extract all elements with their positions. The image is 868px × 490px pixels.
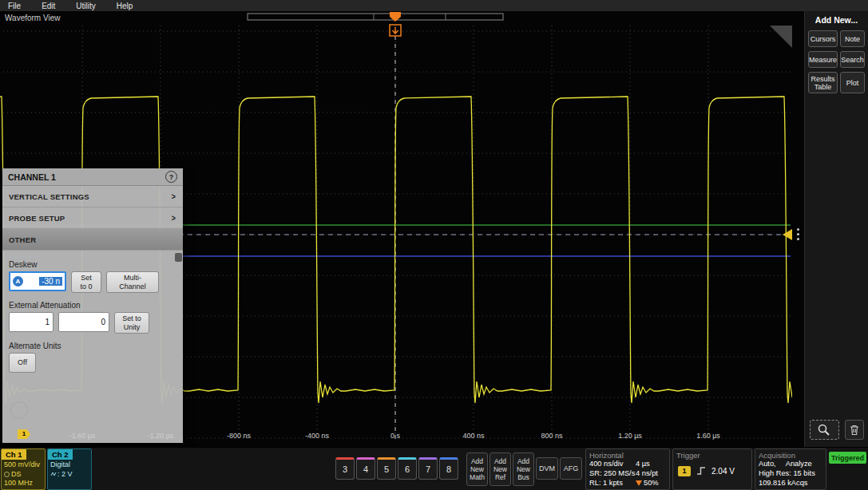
help-button[interactable]: ? (165, 171, 177, 183)
probe-icon (50, 471, 57, 477)
axis-label: 400 ns (434, 432, 513, 440)
coupling-icon (4, 472, 10, 477)
waveform-view: Waveform View -1.60 µs-1.20 µs-800 ns-40… (0, 11, 804, 447)
acquisition-count: 109.816 kAcqs (759, 479, 822, 488)
sample-interval: 4 ns/pt (636, 469, 666, 479)
channel-7-button[interactable]: 7 (418, 457, 438, 480)
axis-label: -1.20 µs (121, 432, 200, 440)
ch2-mode: Digital (50, 460, 89, 470)
axis-label: 0 s (356, 432, 434, 440)
zoom-corner-handle[interactable] (770, 26, 792, 48)
acquisition-analyze: Analyze (786, 460, 812, 469)
alternate-units-label: Alternate Units (9, 342, 176, 350)
zoom-box-button[interactable] (810, 420, 839, 440)
status-bar: Ch 1 500 mV/div DS 100 MHz Ch 2 Digital … (0, 447, 868, 490)
ch1-coupling: DS (11, 470, 22, 478)
channel-3-button[interactable]: 3 (335, 457, 355, 480)
dialog-header[interactable]: CHANNEL 1 ? (2, 168, 183, 186)
ch1-scale: 500 mV/div (4, 460, 42, 470)
axis-label: -800 ns (200, 432, 278, 440)
menu-edit[interactable]: Edit (42, 2, 55, 10)
channel1-dialog: CHANNEL 1 ? VERTICAL SETTINGS > PROBE SE… (2, 168, 183, 443)
add-cursors-button[interactable]: Cursors (808, 30, 838, 47)
trash-button[interactable] (845, 420, 864, 440)
horizontal-axis: -1.60 µs-1.20 µs-800 ns-400 ns0 s400 ns8… (0, 432, 794, 441)
channel-6-button[interactable]: 6 (398, 457, 417, 480)
add-ref-button[interactable]: Add New Ref (489, 452, 511, 486)
section-label: OTHER (9, 235, 36, 244)
trigger-level: 2.04 V (711, 467, 735, 476)
ch1-bandwidth: 100 MHz (4, 479, 42, 488)
sidebar-title: Add New... (805, 15, 868, 25)
menu-bar: File Edit Utility Help (0, 0, 868, 11)
ext-atten-db-input[interactable]: 0 (58, 312, 109, 332)
add-plot-button[interactable]: Plot (840, 72, 865, 93)
add-note-button[interactable]: Note (840, 30, 865, 47)
add-results-table-button[interactable]: Results Table (808, 72, 838, 93)
axis-label: -400 ns (278, 432, 356, 440)
ch2-chip: Ch 2 (48, 449, 73, 460)
external-attenuation-label: External Attenuation (9, 301, 176, 310)
sample-rate: SR: 250 MS/s (589, 469, 636, 479)
alternate-units-toggle[interactable]: Off (9, 353, 36, 373)
deskew-input[interactable]: A -30 n (9, 271, 66, 291)
waveform-view-title[interactable]: Waveform View (5, 14, 60, 22)
channel-8-button[interactable]: 8 (439, 457, 458, 480)
record-length: RL: 1 kpts (589, 479, 636, 488)
record-view-ruler[interactable] (248, 14, 503, 20)
trash-icon (849, 424, 860, 436)
set-to-unity-button[interactable]: Set to Unity (114, 312, 149, 334)
afg-button[interactable]: AFG (560, 457, 582, 480)
add-search-button[interactable]: Search (840, 51, 865, 68)
add-bus-button[interactable]: Add New Bus (513, 452, 534, 486)
ch1-level-marker[interactable] (783, 229, 792, 240)
trigger-title: Trigger (673, 449, 751, 460)
knob-a-icon: A (13, 276, 23, 286)
menu-file[interactable]: File (8, 2, 21, 10)
ch2-threshold: : 2 V (57, 470, 73, 478)
acquisition-panel[interactable]: Acquisition Auto, Analyze High Res: 15 b… (755, 449, 826, 490)
rising-edge-icon (696, 465, 707, 476)
section-label: PROBE SETUP (9, 214, 65, 223)
vertical-settings-section[interactable]: VERTICAL SETTINGS > (2, 186, 183, 207)
knob-ghost-icon (10, 401, 28, 419)
probe-setup-section[interactable]: PROBE SETUP > (2, 207, 183, 229)
acquisition-resolution: High Res: 15 bits (759, 469, 822, 479)
magnifier-icon (817, 423, 831, 437)
axis-label: -1.60 µs (43, 432, 121, 440)
other-section-body: Deskew A -30 n Set to 0 Multi- Channel E… (2, 251, 183, 373)
section-label: VERTICAL SETTINGS (9, 192, 89, 201)
axis-label: 800 ns (513, 432, 591, 440)
add-new-group: Add New Math Add New Ref Add New Bus (466, 452, 534, 486)
dialog-title: CHANNEL 1 (8, 172, 56, 182)
dvm-button[interactable]: DVM (536, 457, 558, 480)
panel-splitter-handle[interactable] (797, 228, 799, 231)
menu-utility[interactable]: Utility (76, 2, 95, 10)
set-to-zero-button[interactable]: Set to 0 (71, 271, 101, 293)
horizontal-panel[interactable]: Horizontal 400 ns/div 4 µs SR: 250 MS/s … (585, 449, 670, 490)
position-icon (636, 480, 642, 486)
ext-atten-linear-input[interactable]: 1 (9, 312, 54, 332)
horizontal-scale: 400 ns/div (589, 460, 636, 469)
knob-assign-icon (175, 253, 182, 262)
acquisition-title: Acquisition (755, 449, 826, 460)
ch2-badge[interactable]: Ch 2 Digital : 2 V (47, 449, 92, 490)
channel-5-button[interactable]: 5 (377, 457, 396, 480)
channel-buttons: 345678 (335, 457, 458, 480)
channel-4-button[interactable]: 4 (356, 457, 375, 480)
horizontal-window: 4 µs (636, 460, 666, 469)
trigger-panel[interactable]: Trigger 1 2.04 V (672, 449, 752, 490)
chevron-right-icon: > (172, 192, 176, 201)
other-section[interactable]: OTHER (2, 229, 183, 251)
deskew-label: Deskew (9, 260, 176, 269)
add-measure-button[interactable]: Measure (808, 51, 838, 68)
horizontal-position: 50% (644, 479, 659, 488)
add-math-button[interactable]: Add New Math (466, 452, 488, 486)
trigger-source-badge: 1 (678, 466, 691, 476)
expansion-point-marker[interactable] (390, 25, 401, 36)
menu-help[interactable]: Help (117, 2, 133, 10)
multi-channel-button[interactable]: Multi- Channel (106, 271, 159, 293)
chevron-right-icon: > (172, 213, 176, 223)
horizontal-title: Horizontal (586, 449, 669, 460)
ch1-badge[interactable]: Ch 1 500 mV/div DS 100 MHz (1, 449, 46, 490)
